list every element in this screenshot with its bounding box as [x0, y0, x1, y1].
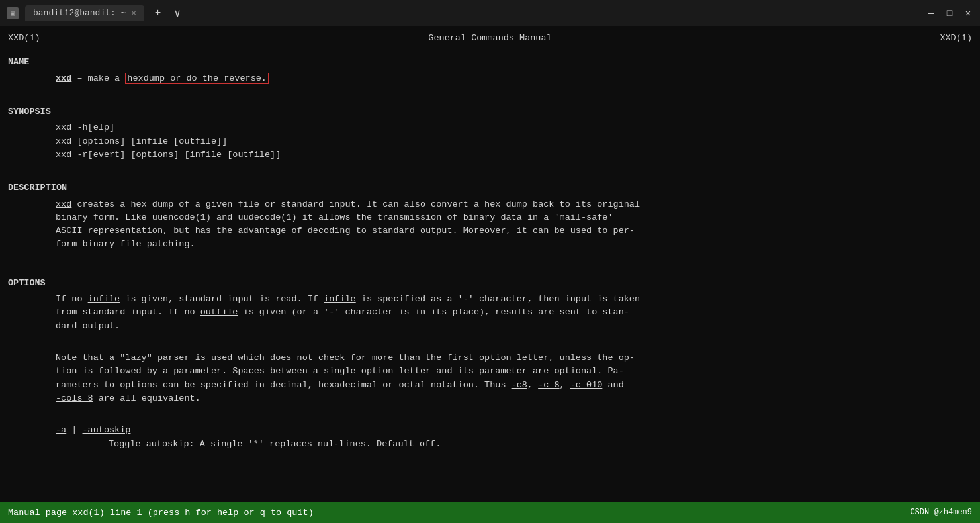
man-page-header: XXD(1) General Commands Manual XXD(1) [8, 32, 972, 45]
title-bar: ▣ bandit12@bandit: ~ ✕ + ∨ — □ ✕ [0, 0, 980, 26]
option-a-pipe: | [66, 425, 82, 435]
option-a-entry: -a | -autoskip Toggle autoskip: A single… [56, 424, 972, 451]
options-section-title: OPTIONS [8, 277, 972, 290]
option-a-desc: Toggle autoskip: A single '*' replaces n… [109, 438, 441, 451]
opt-p2-l3: rameters to options can be specified in … [56, 380, 624, 390]
description-section-title: DESCRIPTION [8, 181, 972, 195]
synopsis-line-1: xxd -h[elp] [56, 121, 972, 134]
options-para-1: If no infile is given, standard input is… [56, 293, 972, 333]
command-name: xxd [56, 73, 71, 83]
option-a-flag1: -a [56, 425, 66, 435]
active-tab[interactable]: bandit12@bandit: ~ ✕ [25, 5, 144, 21]
tab-close-button[interactable]: ✕ [131, 8, 136, 18]
minimize-button[interactable]: — [926, 8, 936, 19]
name-description-highlighted: hexdump or do the reverse. [125, 73, 269, 84]
name-content: xxd – make a hexdump or do the reverse. [56, 72, 972, 85]
add-tab-button[interactable]: + [151, 6, 165, 21]
desc-line4: form binary file patching. [56, 239, 195, 249]
status-right-text: CSDN @zh4men9 [910, 508, 972, 517]
description-para: xxd creates a hex dump of a given file o… [56, 198, 972, 252]
options-content: If no infile is given, standard input is… [56, 293, 972, 451]
maximize-button[interactable]: □ [944, 8, 955, 19]
tab-title: bandit12@bandit: ~ [33, 8, 126, 18]
header-left: XXD(1) [8, 32, 40, 45]
opt-p1-l3: dard output. [56, 321, 120, 331]
header-right: XXD(1) [940, 32, 972, 45]
status-bar: Manual page xxd(1) line 1 (press h for h… [0, 502, 980, 523]
desc-line2: binary form. Like uuencode(1) and uudeco… [56, 213, 613, 222]
options-para-2: Note that a "lazy" parser is used which … [56, 352, 972, 405]
status-text: Manual page xxd(1) line 1 (press h for h… [8, 508, 314, 518]
header-center: General Commands Manual [428, 32, 551, 45]
option-a-flag2: -autoskip [83, 425, 131, 435]
name-section-title: NAME [8, 56, 972, 69]
terminal-icon: ▣ [7, 7, 19, 19]
opt-p2-l2: tion is followed by a parameter. Spaces … [56, 366, 624, 376]
desc-command-ref: xxd [56, 199, 71, 209]
synopsis-line-3: xxd -r[evert] [options] [infile [outfile… [56, 148, 972, 162]
close-button[interactable]: ✕ [963, 8, 973, 19]
title-bar-extras: + ∨ [151, 5, 185, 21]
desc-line3: ASCII representation, but has the advant… [56, 226, 635, 236]
synopsis-section-title: SYNOPSIS [8, 105, 972, 119]
name-dash: – make a [71, 73, 125, 83]
window-controls: — □ ✕ [926, 8, 973, 19]
desc-line1: creates a hex dump of a given file or st… [71, 199, 640, 209]
synopsis-content: xxd -h[elp] xxd [options] [infile [outfi… [56, 121, 972, 162]
synopsis-line-2: xxd [options] [infile [outfile]] [56, 135, 972, 148]
opt-p2-l4: -cols 8 are all equivalent. [56, 393, 200, 403]
tab-dropdown-button[interactable]: ∨ [170, 5, 185, 21]
opt-p1-l2: from standard input. If no outfile is gi… [56, 307, 629, 317]
description-content: xxd creates a hex dump of a given file o… [56, 198, 972, 252]
terminal-content: XXD(1) General Commands Manual XXD(1) NA… [0, 26, 980, 502]
opt-p2-l1: Note that a "lazy" parser is used which … [56, 353, 635, 363]
opt-p1-l1: If no infile is given, standard input is… [56, 294, 640, 304]
